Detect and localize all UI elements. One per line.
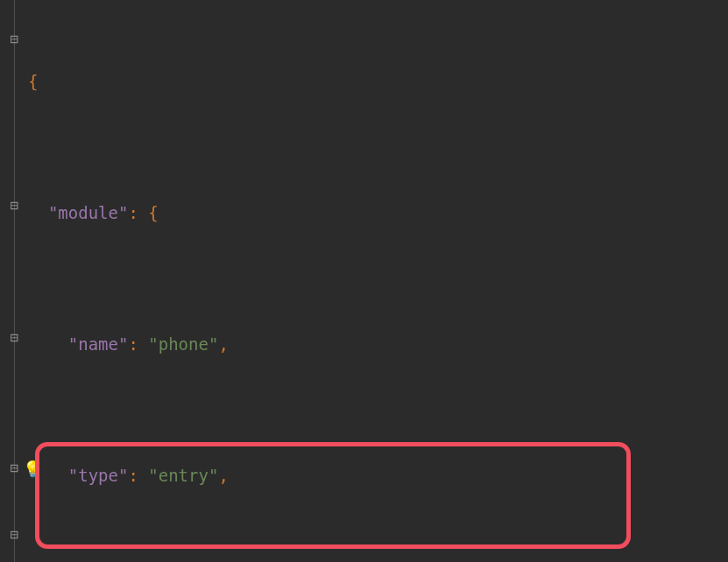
fold-toggle-icon[interactable]: ⊟: [7, 452, 21, 466]
fold-toggle-icon[interactable]: ⊟: [7, 23, 21, 37]
code-line[interactable]: {: [26, 66, 728, 99]
gutter: ⊟ ⊟ ⊟ ⊟ ⊟ 💡: [0, 0, 26, 562]
code-line[interactable]: "name": "phone",: [26, 328, 728, 362]
brace-open: {: [28, 72, 38, 91]
code-line[interactable]: "module": {: [26, 197, 728, 230]
code-area[interactable]: { "module": { "name": "phone", "type": "…: [26, 0, 728, 562]
brace-open: {: [148, 203, 158, 222]
fold-toggle-icon[interactable]: ⊟: [7, 518, 21, 532]
json-key: "module": [48, 203, 129, 222]
fold-guide-line: [14, 0, 15, 562]
json-key: "name": [68, 334, 129, 354]
json-string: "entry": [148, 466, 218, 485]
json-string: "phone": [148, 334, 218, 354]
json-key: "type": [68, 466, 129, 485]
fold-toggle-icon[interactable]: ⊟: [7, 321, 21, 335]
code-line[interactable]: "type": "entry",: [26, 460, 728, 493]
code-editor[interactable]: ⊟ ⊟ ⊟ ⊟ ⊟ 💡 { "module": { "name": "phone…: [0, 0, 728, 562]
fold-toggle-icon[interactable]: ⊟: [7, 189, 21, 203]
